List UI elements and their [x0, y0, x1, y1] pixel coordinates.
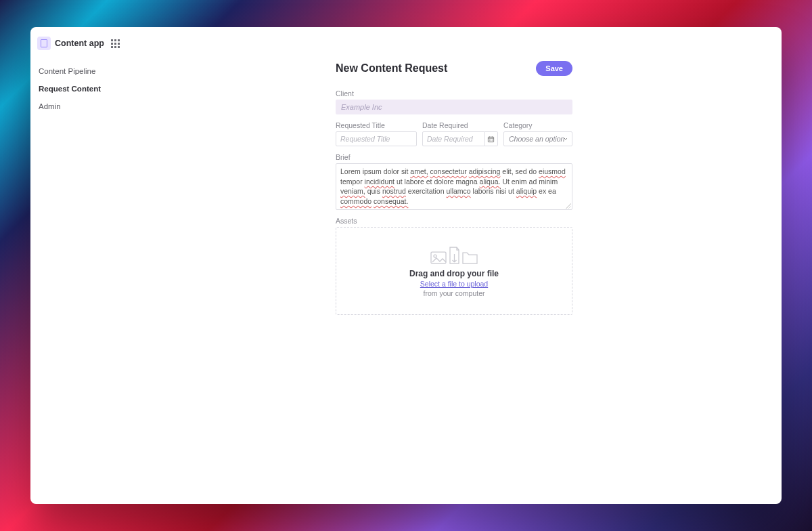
field-date-required: Date Required	[422, 121, 498, 146]
resize-handle-icon[interactable]	[566, 203, 571, 209]
svg-point-2	[434, 255, 436, 257]
app-title: Content app	[55, 39, 107, 48]
title-label: Requested Title	[336, 121, 417, 129]
category-label: Category	[503, 121, 572, 129]
nav-item-admin[interactable]: Admin	[30, 98, 127, 115]
field-category: Category Choose an option	[503, 121, 572, 146]
app-header: Content app	[30, 37, 127, 62]
dropzone-title: Drag and drop your file	[409, 269, 499, 278]
brief-label: Brief	[336, 153, 572, 161]
apps-grid-icon[interactable]	[111, 39, 120, 48]
nav-list: Content Pipeline Request Content Admin	[30, 62, 127, 115]
field-client: Client Example Inc	[336, 89, 572, 114]
form-header: New Content Request Save	[336, 61, 572, 76]
field-brief: Brief Lorem ipsum dolor sit amet, consec…	[336, 153, 572, 210]
save-button[interactable]: Save	[536, 61, 572, 76]
assets-dropzone[interactable]: Drag and drop your file Select a file to…	[336, 227, 572, 315]
sidebar: Content app Content Pipeline Request Con…	[30, 27, 127, 504]
nav-item-request-content[interactable]: Request Content	[30, 80, 127, 98]
client-label: Client	[336, 89, 572, 98]
assets-label: Assets	[336, 217, 572, 225]
calendar-icon	[487, 135, 495, 143]
nav-item-content-pipeline[interactable]: Content Pipeline	[30, 62, 127, 80]
content-request-form: New Content Request Save Client Example …	[336, 61, 572, 504]
client-readonly: Example Inc	[336, 100, 572, 114]
row-title-date-category: Requested Title Date Required	[336, 121, 572, 146]
date-label: Date Required	[422, 121, 498, 129]
main-content: New Content Request Save Client Example …	[127, 27, 782, 504]
document-icon	[41, 39, 47, 47]
field-assets: Assets Drag and drop your file Select a …	[336, 217, 572, 315]
field-requested-title: Requested Title	[336, 121, 417, 146]
date-required-input[interactable]	[422, 131, 485, 146]
category-select[interactable]	[503, 131, 572, 146]
brief-textarea[interactable]: Lorem ipsum dolor sit amet, consectetur …	[336, 163, 572, 210]
dropzone-select-link[interactable]: Select a file to upload	[420, 280, 488, 288]
upload-illustration-icon	[430, 245, 478, 268]
page-title: New Content Request	[336, 62, 447, 75]
requested-title-input[interactable]	[336, 131, 417, 146]
app-logo	[37, 37, 51, 50]
app-window: Content app Content Pipeline Request Con…	[30, 27, 782, 504]
calendar-button[interactable]	[485, 131, 498, 146]
dropzone-subtext: from your computer	[423, 289, 484, 297]
